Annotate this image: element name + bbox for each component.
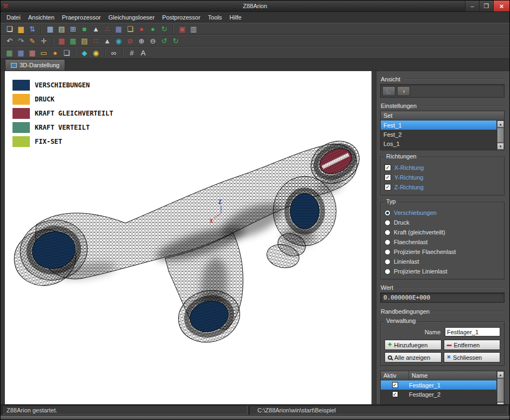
radio-projizierte-linienlast[interactable]: Projizierte Linienlast xyxy=(385,266,500,276)
view-axis-button[interactable]: ∟ xyxy=(382,86,395,96)
radio-icon[interactable] xyxy=(385,230,391,236)
gem-icon[interactable]: ◆ xyxy=(79,48,90,58)
menu-datei[interactable]: Datei xyxy=(3,13,24,22)
monitor-icon xyxy=(11,63,17,68)
maximize-button[interactable]: ❐ xyxy=(479,1,493,11)
menu-postprozessor[interactable]: Postprozessor xyxy=(159,13,204,22)
hinzufuegen-button[interactable]: ✚ Hinzufuegen xyxy=(385,340,442,350)
table-row-festlager-1[interactable]: ✓ Festlager_1 xyxy=(381,380,496,390)
gray-mesh-icon[interactable]: ▲ xyxy=(102,36,113,46)
row-checkbox-checked-icon[interactable]: ✓ xyxy=(392,391,398,397)
view-green-icon[interactable]: ▦ xyxy=(4,48,15,58)
radio-projizierte-flaechenlast[interactable]: Projizierte Flaechenlast xyxy=(385,247,500,257)
import-export-icon[interactable]: ⇅ xyxy=(27,24,38,34)
scroll-up-icon[interactable]: ▲ xyxy=(497,371,504,378)
menu-gleichungsloeser[interactable]: Gleichungsloeser xyxy=(105,13,159,22)
entfernen-button[interactable]: ▬ Entfernen xyxy=(444,340,501,350)
checkbox-checked-icon[interactable]: ✓ xyxy=(385,184,391,190)
solver-icon[interactable]: ▣ xyxy=(177,24,188,34)
red-set-icon[interactable]: ▦ xyxy=(56,36,67,46)
radio-verschiebungen[interactable]: Verschiebungen xyxy=(385,208,500,218)
yellow-table-icon[interactable]: ▤ xyxy=(79,36,90,46)
hash-grid-icon[interactable]: # xyxy=(126,48,137,58)
droplet-icon[interactable]: ◉ xyxy=(113,36,124,46)
start-icon[interactable]: ● xyxy=(147,24,159,34)
table-scrollbar[interactable]: ▲ ▼ xyxy=(496,371,504,404)
3d-canvas[interactable]: Z X VERSCHIEBUNGEN DRUCK KRA xyxy=(5,71,372,404)
alle-anzeigen-button[interactable]: Alle anzeigen xyxy=(385,352,442,362)
scroll-down-icon[interactable]: ▼ xyxy=(497,402,504,404)
radio-selected-icon[interactable] xyxy=(385,210,391,216)
sphere-icon[interactable]: ● xyxy=(49,48,61,58)
edit-z-icon[interactable]: ✎ xyxy=(27,36,38,46)
radio-linienlast[interactable]: Linienlast xyxy=(385,257,500,266)
set-item-los-1[interactable]: Los_1 xyxy=(381,139,496,148)
stop-icon[interactable]: ● xyxy=(136,24,147,34)
mesh-table-icon[interactable]: ▦ xyxy=(45,24,56,34)
radio-icon[interactable] xyxy=(385,249,391,255)
set-list-scrollbar[interactable]: ▲ ▼ xyxy=(496,120,504,150)
new-file-icon[interactable]: ❏ xyxy=(4,24,15,34)
menu-tools[interactable]: Tools xyxy=(204,13,226,22)
bulb-icon[interactable]: ◉ xyxy=(90,48,102,58)
checkbox-checked-icon[interactable]: ✓ xyxy=(385,174,391,181)
checkbox-checked-icon[interactable]: ✓ xyxy=(385,164,391,171)
radio-icon[interactable] xyxy=(385,269,391,275)
glasses-icon[interactable]: ∞ xyxy=(108,48,119,58)
node-grid-icon[interactable]: ⊞ xyxy=(67,24,79,34)
menu-hilfe[interactable]: Hilfe xyxy=(226,13,245,22)
refresh-icon[interactable]: ↻ xyxy=(159,24,170,34)
scroll-thumb[interactable] xyxy=(497,378,504,402)
triangle-mesh-icon[interactable]: ▲ xyxy=(90,24,102,34)
view-orbit-button[interactable]: ◑ xyxy=(397,86,410,96)
element-set-icon[interactable]: ▦ xyxy=(113,24,124,34)
node-set-icon[interactable]: ∴ xyxy=(102,24,113,34)
set-item-fest-2[interactable]: Fest_2 xyxy=(381,130,496,139)
labels-icon[interactable]: A xyxy=(137,48,149,58)
tab-3d-darstellung[interactable]: 3D-Darstellung xyxy=(5,59,65,71)
set-item-fest-1[interactable]: Fest_1 xyxy=(381,120,496,130)
radio-flaechenlast[interactable]: Flaechenlast xyxy=(385,237,500,247)
mail-icon[interactable]: ▭ xyxy=(38,48,49,58)
radio-icon[interactable] xyxy=(385,239,391,245)
titlebar[interactable]: ⚒ Z88Arion – ❐ × xyxy=(1,1,509,11)
radio-icon[interactable] xyxy=(385,259,391,265)
view-red-icon[interactable]: ▦ xyxy=(27,48,38,58)
zoom-out-icon[interactable]: ⊖ xyxy=(147,36,159,46)
scroll-up-icon[interactable]: ▲ xyxy=(497,120,504,128)
green-set-icon[interactable]: ▦ xyxy=(67,36,79,46)
rotate-ccw-icon[interactable]: ↺ xyxy=(159,36,170,46)
checkbox-x-richtung[interactable]: ✓ X-Richtung xyxy=(385,163,500,173)
edit-table-icon[interactable]: ▤ xyxy=(56,24,67,34)
radio-kraft-gleichverteilt[interactable]: Kraft (gleichverteilt) xyxy=(385,227,500,237)
rotate-cw-icon[interactable]: ↻ xyxy=(170,36,181,46)
window-resize-edge[interactable] xyxy=(1,415,509,419)
view-blue-icon[interactable]: ▦ xyxy=(15,48,27,58)
checkbox-z-richtung[interactable]: ✓ Z-Richtung xyxy=(385,182,500,192)
open-folder-icon[interactable]: ▆ xyxy=(15,24,27,34)
redo-icon[interactable]: ↷ xyxy=(15,36,27,46)
undo-icon[interactable]: ↶ xyxy=(4,36,15,46)
scroll-thumb[interactable] xyxy=(497,128,504,143)
move-icon[interactable]: ✛ xyxy=(38,36,49,46)
menu-praeprozessor[interactable]: Praeprozessor xyxy=(58,13,105,22)
minimize-button[interactable]: – xyxy=(465,1,479,11)
forbid-icon[interactable]: ⊘ xyxy=(124,36,136,46)
name-input[interactable] xyxy=(445,327,500,336)
report-icon[interactable]: ▥ xyxy=(188,24,199,34)
close-button[interactable]: × xyxy=(493,1,509,11)
globe-doc-icon[interactable]: ❏ xyxy=(61,48,72,58)
document-icon[interactable]: ❏ xyxy=(124,24,136,34)
checkbox-y-richtung[interactable]: ✓ Y-Richtung xyxy=(385,173,500,182)
zoom-in-icon[interactable]: ⊕ xyxy=(136,36,147,46)
scroll-down-icon[interactable]: ▼ xyxy=(497,143,504,150)
schliessen-button[interactable]: ✖ Schliessen xyxy=(444,352,501,362)
table-row-festlager-2[interactable]: ✓ Festlager_2 xyxy=(381,390,496,399)
red-nodes-icon[interactable]: ∷ xyxy=(90,36,102,46)
row-checkbox-checked-icon[interactable]: ✓ xyxy=(392,382,398,388)
radio-icon[interactable] xyxy=(385,220,391,226)
menu-ansichten[interactable]: Ansichten xyxy=(24,13,58,22)
solid-cube-icon[interactable]: ■ xyxy=(79,24,90,34)
wert-field[interactable]: 0.000000E+000 xyxy=(380,292,505,303)
radio-druck[interactable]: Druck xyxy=(385,218,500,227)
